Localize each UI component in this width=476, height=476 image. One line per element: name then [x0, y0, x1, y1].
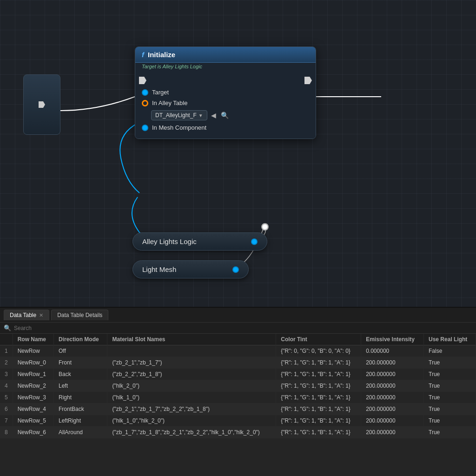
- node-body: Target In Alley Table DT_AlleyLight_F ▼ …: [135, 72, 316, 139]
- cell-row-name: NewRow: [13, 345, 53, 357]
- in-mesh-pin-dot[interactable]: [142, 125, 148, 131]
- data-table-container: Row Name Direction Mode Material Slot Na…: [0, 334, 476, 476]
- col-color: Color Tint: [276, 334, 361, 345]
- exec-row: [135, 76, 316, 85]
- left-node-exec-pin[interactable]: [39, 101, 45, 108]
- target-pin-label: Target: [152, 89, 169, 96]
- table-row[interactable]: 5 NewRow_3 Right ("hlk_1_0") {"R": 1, "G…: [0, 392, 476, 403]
- cell-direction: LeftRight: [54, 415, 107, 427]
- cell-real-light: True: [424, 403, 476, 415]
- blueprint-canvas: f Initialize Target is Alley Lights Logi…: [0, 0, 476, 307]
- cell-direction: Right: [54, 392, 107, 403]
- cell-direction: Left: [54, 380, 107, 392]
- table-row[interactable]: 7 NewRow_5 LeftRight ("hlk_1_0","hlk_2_0…: [0, 415, 476, 427]
- cell-color: {"R": 1, "G": 1, "B": 1, "A": 1}: [276, 380, 361, 392]
- tab-data-table-label: Data Table: [10, 312, 36, 318]
- cell-num: 1: [0, 345, 13, 357]
- in-mesh-pin-row: In Mesh Component: [135, 122, 316, 133]
- table-row[interactable]: 2 NewRow_0 Front ("zb_2_1","zb_1_7") {"R…: [0, 357, 476, 369]
- exec-pin-in[interactable]: [139, 77, 146, 84]
- cell-material: ("hlk_2_0"): [107, 380, 276, 392]
- cell-emissive: 200.000000: [361, 392, 424, 403]
- search-input[interactable]: [14, 325, 107, 331]
- left-collapsed-node[interactable]: [23, 74, 60, 135]
- cell-material: [107, 345, 276, 357]
- table-row[interactable]: 1 NewRow Off {"R": 0, "G": 0, "B": 0, "A…: [0, 345, 476, 357]
- target-pin-row: Target: [135, 87, 316, 98]
- cell-real-light: True: [424, 380, 476, 392]
- cell-num: 2: [0, 357, 13, 369]
- table-row[interactable]: 8 NewRow_6 AllAround ("zb_1_7","zb_1_8",…: [0, 427, 476, 438]
- data-table: Row Name Direction Mode Material Slot Na…: [0, 334, 476, 438]
- cell-direction: FrontBack: [54, 403, 107, 415]
- light-mesh-pin[interactable]: [232, 266, 239, 273]
- target-pin-dot[interactable]: [142, 89, 148, 96]
- cell-row-name: NewRow_3: [13, 392, 53, 403]
- tab-data-table[interactable]: Data Table ✕: [4, 310, 49, 320]
- in-alley-table-pin-row: In Alley Table: [135, 98, 316, 108]
- cell-emissive: 200.000000: [361, 357, 424, 369]
- alley-table-dropdown-row: DT_AlleyLight_F ▼ ◀ 🔍: [135, 108, 316, 122]
- cell-real-light: True: [424, 357, 476, 369]
- col-direction: Direction Mode: [54, 334, 107, 345]
- cell-num: 6: [0, 403, 13, 415]
- cell-material: ("zb_2_1","zb_1_7"): [107, 357, 276, 369]
- cell-color: {"R": 0, "G": 0, "B": 0, "A": 0}: [276, 345, 361, 357]
- tab-data-table-details[interactable]: Data Table Details: [51, 310, 108, 320]
- cell-row-name: NewRow_0: [13, 357, 53, 369]
- exec-pin-out[interactable]: [304, 77, 312, 84]
- search-icon: 🔍: [4, 324, 11, 331]
- table-header: Row Name Direction Mode Material Slot Na…: [0, 334, 476, 345]
- cell-real-light: False: [424, 345, 476, 357]
- cell-row-name: NewRow_6: [13, 427, 53, 438]
- table-row[interactable]: 6 NewRow_4 FrontBack ("zb_2_1","zb_1_7",…: [0, 403, 476, 415]
- light-mesh-node[interactable]: Light Mesh: [132, 260, 249, 278]
- col-real-light: Use Real Light: [424, 334, 476, 345]
- cell-num: 4: [0, 380, 13, 392]
- cell-direction: Off: [54, 345, 107, 357]
- cell-direction: Back: [54, 369, 107, 380]
- alley-lights-pin[interactable]: [251, 238, 258, 245]
- cell-direction: AllAround: [54, 427, 107, 438]
- cell-material: ("zb_1_7","zb_1_8","zb_2_1","zb_2_2","hl…: [107, 427, 276, 438]
- initialize-node: f Initialize Target is Alley Lights Logi…: [135, 46, 316, 139]
- cell-direction: Front: [54, 357, 107, 369]
- cell-row-name: NewRow_5: [13, 415, 53, 427]
- cell-real-light: True: [424, 369, 476, 380]
- cell-color: {"R": 1, "G": 1, "B": 1, "A": 1}: [276, 427, 361, 438]
- node-subtitle: Target is Alley Lights Logic: [135, 63, 316, 72]
- cell-emissive: 200.000000: [361, 415, 424, 427]
- in-alley-table-pin-label: In Alley Table: [152, 99, 187, 106]
- table-row[interactable]: 4 NewRow_2 Left ("hlk_2_0") {"R": 1, "G"…: [0, 380, 476, 392]
- in-mesh-pin-label: In Mesh Component: [152, 124, 206, 131]
- search-bar: 🔍: [0, 323, 476, 334]
- col-emissive: Emissive Intensity: [361, 334, 424, 345]
- cell-material: ("zb_2_1","zb_1_7","zb_2_2","zb_1_8"): [107, 403, 276, 415]
- chevron-down-icon: ▼: [198, 113, 203, 118]
- cell-num: 3: [0, 369, 13, 380]
- dropdown-value: DT_AlleyLight_F: [155, 112, 197, 119]
- cell-color: {"R": 1, "G": 1, "B": 1, "A": 1}: [276, 415, 361, 427]
- col-num: [0, 334, 13, 345]
- cell-color: {"R": 1, "G": 1, "B": 1, "A": 1}: [276, 392, 361, 403]
- tab-bar: Data Table ✕ Data Table Details: [0, 308, 476, 323]
- alley-lights-node[interactable]: Alley Lights Logic: [132, 232, 267, 251]
- cell-color: {"R": 1, "G": 1, "B": 1, "A": 1}: [276, 403, 361, 415]
- bottom-panel: Data Table ✕ Data Table Details 🔍 Row Na…: [0, 307, 476, 476]
- cell-num: 5: [0, 392, 13, 403]
- search-icon[interactable]: 🔍: [220, 111, 230, 120]
- wire-junction: [261, 223, 269, 231]
- cell-emissive: 200.000000: [361, 403, 424, 415]
- col-row-name: Row Name: [13, 334, 53, 345]
- cell-emissive: 200.000000: [361, 380, 424, 392]
- in-alley-table-pin-dot[interactable]: [142, 100, 148, 106]
- cell-num: 8: [0, 427, 13, 438]
- cell-real-light: True: [424, 427, 476, 438]
- cell-num: 7: [0, 415, 13, 427]
- tab-close-icon[interactable]: ✕: [39, 312, 43, 318]
- navigate-back-icon[interactable]: ◀: [210, 111, 217, 120]
- cell-emissive: 200.000000: [361, 369, 424, 380]
- table-body: 1 NewRow Off {"R": 0, "G": 0, "B": 0, "A…: [0, 345, 476, 438]
- alley-table-dropdown[interactable]: DT_AlleyLight_F ▼: [151, 110, 207, 120]
- table-row[interactable]: 3 NewRow_1 Back ("zb_2_2","zb_1_8") {"R"…: [0, 369, 476, 380]
